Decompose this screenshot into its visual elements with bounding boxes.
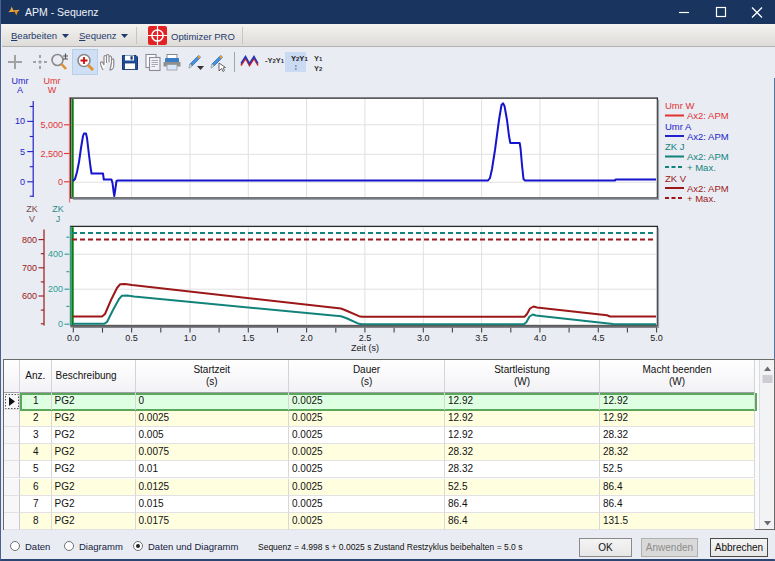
svg-text:4.5: 4.5: [592, 333, 605, 343]
svg-text:5,000: 5,000: [40, 120, 63, 130]
svg-text:1.5: 1.5: [242, 333, 255, 343]
svg-text:5: 5: [20, 147, 25, 157]
svg-text:ZK V: ZK V: [665, 173, 687, 184]
svg-text:Ax2: APM: Ax2: APM: [687, 131, 729, 142]
svg-text:Ax2: APM: Ax2: APM: [687, 151, 729, 162]
svg-text:J: J: [56, 214, 61, 224]
svg-text:ZK: ZK: [52, 204, 64, 214]
svg-text:200: 200: [48, 284, 63, 294]
svg-text:0: 0: [58, 177, 63, 187]
svg-text:Umr: Umr: [44, 76, 61, 86]
svg-text:0: 0: [58, 319, 63, 329]
svg-text:4.0: 4.0: [534, 333, 547, 343]
svg-text:2.0: 2.0: [300, 333, 313, 343]
svg-text:400: 400: [48, 249, 63, 259]
svg-text:1.0: 1.0: [184, 333, 197, 343]
svg-text:A: A: [17, 85, 23, 95]
svg-text:Ax2: APM: Ax2: APM: [687, 110, 729, 121]
svg-text:700: 700: [22, 263, 37, 273]
svg-text:Zeit (s): Zeit (s): [351, 343, 379, 353]
svg-text:ZK: ZK: [26, 204, 38, 214]
svg-text:2,500: 2,500: [40, 149, 63, 159]
svg-text:W: W: [48, 85, 57, 95]
svg-text:3.0: 3.0: [417, 333, 430, 343]
svg-text:3.5: 3.5: [475, 333, 488, 343]
svg-text:600: 600: [22, 291, 37, 301]
svg-text:10: 10: [15, 116, 25, 126]
svg-text:+ Max.: + Max.: [687, 193, 716, 204]
svg-text:Umr: Umr: [12, 76, 29, 86]
svg-text:5.0: 5.0: [650, 333, 663, 343]
svg-text:0: 0: [20, 177, 25, 187]
svg-text:0.5: 0.5: [125, 333, 138, 343]
svg-text:800: 800: [22, 235, 37, 245]
svg-text:0.0: 0.0: [67, 333, 80, 343]
svg-text:ZK J: ZK J: [665, 141, 685, 152]
svg-text:2.5: 2.5: [359, 333, 372, 343]
svg-text:V: V: [29, 214, 35, 224]
svg-text:+ Max.: + Max.: [687, 162, 716, 173]
